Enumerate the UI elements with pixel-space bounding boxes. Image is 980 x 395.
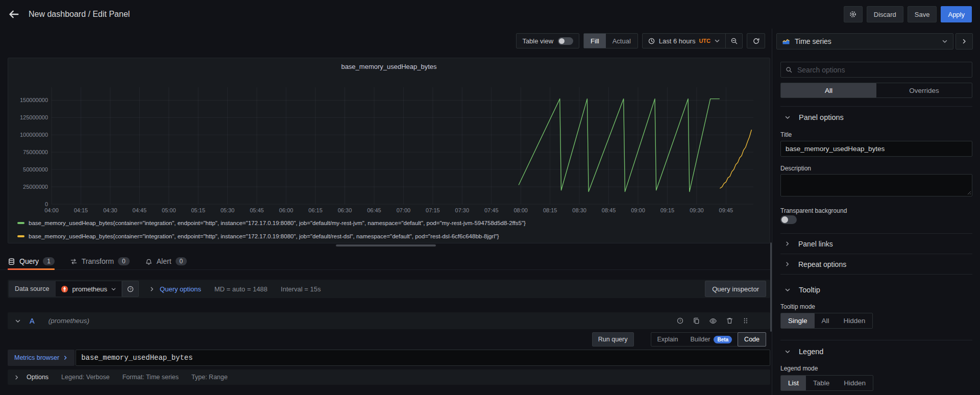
time-series-chart-icon (782, 37, 790, 45)
chart-legend: base_memory_usedHeap_bytes{container="in… (17, 216, 526, 243)
repeat-options-section-header[interactable]: Repeat options (780, 254, 972, 275)
query-inspector-button[interactable]: Query inspector (705, 281, 766, 297)
tooltip-section-label: Tooltip (799, 286, 820, 294)
panel-description-input[interactable] (780, 174, 972, 196)
svg-text:?: ? (129, 287, 131, 291)
refresh-button[interactable] (747, 34, 765, 48)
table-view-switch[interactable] (558, 37, 573, 45)
page-title: New dashboard / Edit Panel (29, 10, 130, 19)
tooltip-section-header[interactable]: Tooltip (780, 279, 972, 301)
x-tick-label: 08:15 (543, 207, 557, 213)
time-range-picker[interactable]: Last 6 hours UTC (643, 34, 725, 48)
chart-svg: 0250000005000000075000000100000000125000… (8, 58, 770, 214)
mode-explain[interactable]: Explain (651, 333, 684, 346)
actual-option[interactable]: Actual (606, 34, 638, 48)
panel-links-section-header[interactable]: Panel links (780, 234, 972, 254)
legend-mode-label: Legend mode (780, 365, 972, 372)
legend-section-header[interactable]: Legend (780, 340, 972, 363)
y-tick-label: 125000000 (20, 114, 48, 120)
panel-options-section-header[interactable]: Panel options (780, 107, 972, 128)
help-circle-icon: ? (127, 285, 134, 293)
legend-mode-table[interactable]: Table (806, 376, 837, 390)
x-tick-label: 04:45 (133, 207, 147, 213)
series-line-0 (519, 99, 719, 192)
legend-swatch-icon (17, 235, 24, 237)
tab-alert-count: 0 (176, 257, 187, 265)
metrics-browser-toggle[interactable]: Metrics browser (8, 350, 75, 366)
transform-icon (70, 258, 78, 265)
tab-query-count: 1 (43, 257, 55, 265)
delete-query-trash-icon[interactable] (726, 317, 733, 325)
x-tick-label: 06:15 (308, 207, 323, 213)
options-filter-tabs: All Overrides (780, 83, 972, 98)
panel-title-input[interactable] (780, 141, 972, 157)
chevron-right-icon (149, 286, 155, 292)
mode-builder[interactable]: Builder Beta (684, 333, 739, 346)
database-icon (8, 258, 15, 265)
transparent-background-toggle[interactable] (780, 215, 797, 224)
y-tick-label: 0 (45, 201, 48, 207)
back-arrow-icon[interactable] (8, 9, 19, 20)
interval-value: Interval = 15s (281, 285, 321, 293)
chevron-right-icon (785, 261, 790, 267)
x-tick-label: 08:45 (602, 207, 616, 213)
search-options-input[interactable] (796, 65, 967, 75)
mode-code[interactable]: Code (738, 332, 766, 347)
series-line-1 (720, 130, 751, 188)
query-options-toggle[interactable]: Query options (149, 285, 201, 293)
datasource-value: prometheus (72, 285, 107, 293)
chevron-down-icon (111, 286, 116, 292)
tooltip-mode-single[interactable]: Single (781, 313, 815, 328)
repeat-options-label: Repeat options (798, 260, 846, 268)
search-icon (786, 66, 793, 73)
apply-button[interactable]: Apply (941, 6, 972, 22)
chevron-down-icon (785, 287, 791, 293)
panel-settings-button[interactable] (844, 6, 863, 22)
y-tick-label: 50000000 (23, 166, 48, 172)
datasource-label: Data source (9, 281, 55, 297)
legend-item[interactable]: base_memory_usedHeap_bytes{container="in… (17, 216, 526, 230)
tab-query[interactable]: Query 1 (8, 253, 55, 269)
query-options-label: Query options (160, 285, 201, 293)
tooltip-mode-all[interactable]: All (815, 313, 837, 328)
x-tick-label: 07:45 (484, 207, 499, 213)
x-tick-label: 06:45 (367, 207, 381, 213)
x-tick-label: 05:15 (191, 207, 205, 213)
datasource-help-button[interactable]: ? (122, 281, 139, 297)
legend-mode-list[interactable]: List (781, 376, 806, 390)
tab-alert[interactable]: Alert 0 (145, 253, 187, 269)
chevron-down-icon[interactable] (15, 318, 21, 324)
query-expression-input[interactable] (76, 350, 770, 366)
x-tick-label: 08:00 (513, 207, 528, 213)
datasource-picker[interactable]: prometheus (55, 281, 122, 297)
tooltip-mode-label: Tooltip mode (780, 303, 972, 310)
panel-toolbar: Table view Fill Actual Last 6 hours UTC (516, 33, 765, 48)
x-tick-label: 06:30 (338, 207, 352, 213)
hide-query-eye-icon[interactable] (709, 317, 717, 325)
filter-tab-all[interactable]: All (781, 83, 876, 97)
editor-tabs: Query 1 Transform 0 Alert 0 (0, 253, 772, 270)
duplicate-query-icon[interactable] (693, 317, 700, 325)
table-view-toggle[interactable]: Table view (516, 33, 579, 48)
save-button[interactable]: Save (908, 6, 937, 22)
title-field-label: Title (780, 131, 972, 138)
transparent-background-label: Transparent background (780, 207, 972, 214)
drag-grip-icon[interactable] (742, 317, 749, 325)
legend-item[interactable]: base_memory_usedHeap_bytes{container="in… (17, 230, 526, 243)
tooltip-mode-hidden[interactable]: Hidden (837, 313, 873, 328)
fill-option[interactable]: Fill (584, 34, 606, 48)
legend-mode-hidden[interactable]: Hidden (837, 376, 873, 390)
legend-series-label: base_memory_usedHeap_bytes{container="in… (29, 220, 526, 226)
fill-actual-group: Fill Actual (583, 33, 638, 48)
panel-resize-handle[interactable] (336, 244, 436, 246)
discard-button[interactable]: Discard (867, 6, 903, 22)
filter-tab-overrides[interactable]: Overrides (876, 83, 972, 97)
chevron-right-icon[interactable] (14, 375, 19, 380)
panel-type-picker[interactable]: Time series (776, 33, 953, 50)
run-query-button[interactable]: Run query (592, 332, 634, 347)
zoom-out-button[interactable] (725, 34, 742, 48)
help-circle-icon[interactable]: ? (676, 317, 684, 325)
query-row-header[interactable]: A (prometheus) ? (8, 312, 770, 329)
tab-transform[interactable]: Transform 0 (70, 253, 130, 269)
collapse-options-pane-button[interactable] (955, 33, 973, 50)
